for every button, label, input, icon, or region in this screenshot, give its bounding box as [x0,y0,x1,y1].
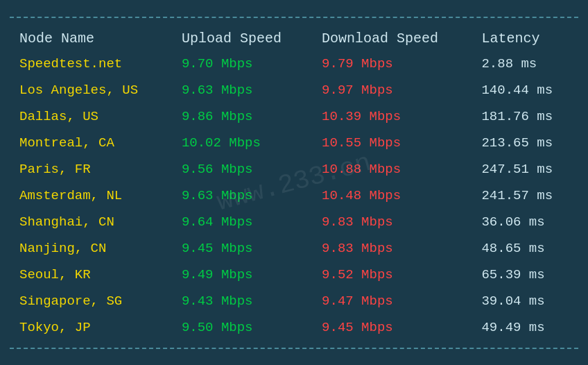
cell-upload-speed: 9.45 Mbps [172,235,312,262]
cell-node-name: Nanjing, CN [10,235,172,262]
cell-node-name: Shanghai, CN [10,209,172,235]
cell-download-speed: 10.55 Mbps [312,130,472,156]
header-upload-speed: Upload Speed [172,25,312,51]
cell-latency: 48.65 ms [472,235,578,262]
cell-download-speed: 9.83 Mbps [312,209,472,235]
cell-node-name: Dallas, US [10,103,172,130]
cell-node-name: Montreal, CA [10,130,172,156]
cell-download-speed: 9.97 Mbps [312,77,472,103]
app-wrapper: www.233.cn Node Name Upload Speed Downlo… [0,0,588,365]
cell-upload-speed: 9.43 Mbps [172,288,312,314]
cell-node-name: Paris, FR [10,156,172,182]
speed-table: Node Name Upload Speed Download Speed La… [10,25,578,341]
cell-latency: 65.39 ms [472,262,578,288]
cell-upload-speed: 9.50 Mbps [172,314,312,341]
table-row: Nanjing, CN9.45 Mbps9.83 Mbps48.65 ms [10,235,578,262]
table-row: Dallas, US9.86 Mbps10.39 Mbps181.76 ms [10,103,578,130]
cell-latency: 213.65 ms [472,130,578,156]
table-row: Shanghai, CN9.64 Mbps9.83 Mbps36.06 ms [10,209,578,235]
cell-upload-speed: 9.56 Mbps [172,156,312,182]
speed-table-container: Node Name Upload Speed Download Speed La… [10,17,578,349]
table-row: Los Angeles, US9.63 Mbps9.97 Mbps140.44 … [10,77,578,103]
cell-latency: 181.76 ms [472,103,578,130]
cell-upload-speed: 9.63 Mbps [172,182,312,209]
cell-node-name: Speedtest.net [10,51,172,77]
cell-node-name: Amsterdam, NL [10,182,172,209]
cell-download-speed: 9.47 Mbps [312,288,472,314]
cell-latency: 140.44 ms [472,77,578,103]
table-row: Singapore, SG9.43 Mbps9.47 Mbps39.04 ms [10,288,578,314]
cell-download-speed: 9.83 Mbps [312,235,472,262]
cell-upload-speed: 10.02 Mbps [172,130,312,156]
table-row: Amsterdam, NL9.63 Mbps10.48 Mbps241.57 m… [10,182,578,209]
header-node-name: Node Name [10,25,172,51]
cell-upload-speed: 9.70 Mbps [172,51,312,77]
header-latency: Latency [472,25,578,51]
cell-latency: 2.88 ms [472,51,578,77]
table-row: Montreal, CA10.02 Mbps10.55 Mbps213.65 m… [10,130,578,156]
cell-latency: 36.06 ms [472,209,578,235]
cell-upload-speed: 9.49 Mbps [172,262,312,288]
cell-download-speed: 10.39 Mbps [312,103,472,130]
cell-upload-speed: 9.86 Mbps [172,103,312,130]
table-row: Paris, FR9.56 Mbps10.88 Mbps247.51 ms [10,156,578,182]
cell-latency: 39.04 ms [472,288,578,314]
cell-upload-speed: 9.64 Mbps [172,209,312,235]
cell-node-name: Singapore, SG [10,288,172,314]
table-row: Seoul, KR9.49 Mbps9.52 Mbps65.39 ms [10,262,578,288]
cell-upload-speed: 9.63 Mbps [172,77,312,103]
cell-node-name: Tokyo, JP [10,314,172,341]
cell-latency: 247.51 ms [472,156,578,182]
table-row: Speedtest.net9.70 Mbps9.79 Mbps2.88 ms [10,51,578,77]
cell-download-speed: 9.79 Mbps [312,51,472,77]
cell-latency: 241.57 ms [472,182,578,209]
cell-node-name: Seoul, KR [10,262,172,288]
cell-download-speed: 10.88 Mbps [312,156,472,182]
cell-download-speed: 9.52 Mbps [312,262,472,288]
cell-download-speed: 10.48 Mbps [312,182,472,209]
table-header-row: Node Name Upload Speed Download Speed La… [10,25,578,51]
header-download-speed: Download Speed [312,25,472,51]
cell-node-name: Los Angeles, US [10,77,172,103]
cell-latency: 49.49 ms [472,314,578,341]
table-row: Tokyo, JP9.50 Mbps9.45 Mbps49.49 ms [10,314,578,341]
cell-download-speed: 9.45 Mbps [312,314,472,341]
